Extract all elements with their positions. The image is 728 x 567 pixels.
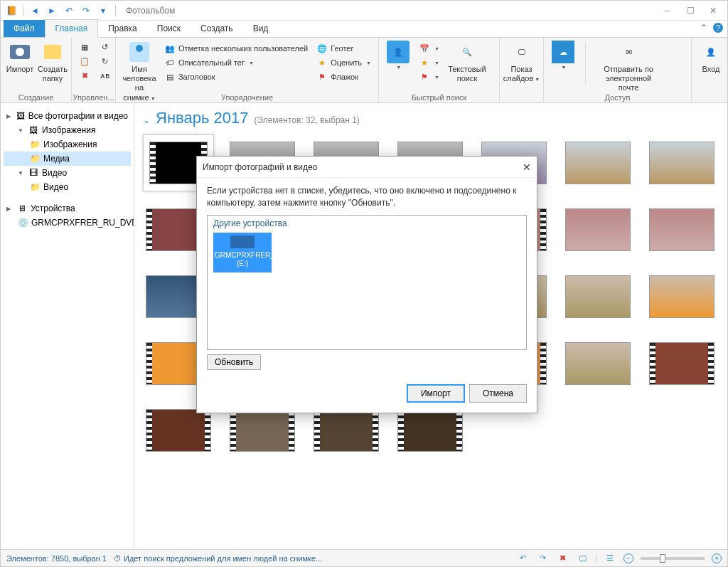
import-button[interactable]: Импорт <box>5 39 35 75</box>
maximize-button[interactable]: ☐ <box>679 3 702 18</box>
date-meta: (Элементов: 32, выбран 1) <box>254 115 359 125</box>
zoom-in-button[interactable]: + <box>712 553 722 563</box>
expand-ribbon-button[interactable]: ⌃ <box>700 23 707 33</box>
person-icon <box>129 42 149 62</box>
dialog-instruction: Если устройства нет в списке, убедитесь,… <box>207 185 527 209</box>
refresh-button[interactable]: Обновить <box>207 354 261 370</box>
ribbon-group-access-label: Доступ <box>544 93 691 102</box>
qat-customize-button[interactable]: ▾ <box>95 3 111 18</box>
tag-users-button[interactable]: 👥Отметка нескольких пользователей <box>161 42 311 55</box>
rotate-right-button[interactable]: ↻ <box>96 55 113 68</box>
title-icon: ▤ <box>164 71 176 83</box>
delete-status-button[interactable]: ✖ <box>556 552 569 565</box>
thumbnail-item[interactable] <box>562 268 633 325</box>
device-list: Другие устройства GRMCPRXFRER_RU_DVD (E:… <box>207 215 527 350</box>
device-list-header: Другие устройства <box>213 218 520 228</box>
qs-date-button[interactable]: 📅▼ <box>416 42 442 55</box>
date-group-header[interactable]: ⌄ Январь 2017 (Элементов: 32, выбран 1) <box>143 109 719 127</box>
tab-view[interactable]: Вид <box>243 20 279 37</box>
chevron-down-icon: ⌄ <box>143 115 150 125</box>
sidebar-devices[interactable]: ▶🖥Устройства <box>4 201 131 216</box>
binoculars-icon: 🔍 <box>456 41 478 63</box>
rotate-right-status-button[interactable]: ↷ <box>536 552 549 565</box>
star2-icon: ★ <box>419 57 430 68</box>
nav-back-button[interactable]: ◄ <box>27 3 43 18</box>
rotate-left-status-button[interactable]: ↶ <box>516 552 529 565</box>
thumbnail-item[interactable] <box>646 268 717 325</box>
rename-button[interactable]: ᴀʙ <box>96 69 113 82</box>
undo-button[interactable]: ↶ <box>61 3 77 18</box>
tab-main[interactable]: Главная <box>45 19 99 38</box>
drive-icon <box>230 235 255 248</box>
descriptive-tag-button[interactable]: 🏷Описательный тег▼ <box>161 56 311 69</box>
import-dialog: Импорт фотографий и видео ✕ Если устройс… <box>196 156 537 413</box>
thumbnail-item[interactable] <box>562 335 633 392</box>
flag-button[interactable]: ⚑Флажок <box>314 70 374 83</box>
device-item[interactable]: GRMCPRXFRER_RU_DVD (E:) <box>213 233 272 272</box>
qs-star-button[interactable]: ★▼ <box>416 56 442 69</box>
tab-edit[interactable]: Правка <box>98 20 147 37</box>
zoom-out-button[interactable]: − <box>623 553 633 563</box>
camera-icon <box>10 45 30 59</box>
titlebar: 📙 ◄ ► ↶ ↷ ▾ Фотоальбом ─ ☐ ✕ <box>1 1 727 21</box>
flag2-icon: ⚑ <box>419 71 430 83</box>
rotate-left-button[interactable]: ↺ <box>96 41 113 53</box>
sidebar: ▶🖼Все фотографии и видео ▼🖼Изображения 📁… <box>1 103 134 549</box>
photos-icon: 🖼 <box>16 110 26 122</box>
sidebar-videos[interactable]: ▼🎞Видео <box>4 166 131 180</box>
dialog-title-label: Импорт фотографий и видео <box>203 162 317 172</box>
sidebar-images[interactable]: ▼🖼Изображения <box>4 123 131 137</box>
import-confirm-button[interactable]: Импорт <box>407 384 465 403</box>
thumbnail-item[interactable] <box>646 134 717 191</box>
close-button[interactable]: ✕ <box>702 3 724 18</box>
zoom-slider[interactable] <box>641 557 705 560</box>
delete-icon: ✖ <box>79 70 90 81</box>
sidebar-media[interactable]: 📁Медиа <box>4 152 131 166</box>
ribbon: Импорт Создать папку Создание ▦ 📋 ✖ ↺ ↻ … <box>1 38 727 103</box>
sidebar-images-sub[interactable]: 📁Изображения <box>4 137 131 152</box>
view-single-button[interactable]: 🖵 <box>576 552 589 565</box>
cancel-button[interactable]: Отмена <box>469 384 527 403</box>
geotag-button[interactable]: 🌐Геотег <box>314 42 374 55</box>
copy-button[interactable]: 📋 <box>76 55 93 68</box>
folder-icon: 📁 <box>29 153 41 164</box>
slideshow-button[interactable]: 🖵 Показ слайдов▼ <box>504 39 539 85</box>
thumbnail-item[interactable] <box>562 201 633 258</box>
tab-file[interactable]: Файл <box>4 20 45 37</box>
redo-button[interactable]: ↷ <box>78 3 94 18</box>
thumbnail-item[interactable] <box>646 201 717 258</box>
nav-forward-button[interactable]: ► <box>44 3 60 18</box>
thumbnail-item[interactable] <box>646 335 717 392</box>
delete-button[interactable]: ✖ <box>76 69 93 82</box>
create-folder-button[interactable]: Создать папку <box>38 39 68 85</box>
help-button[interactable]: ? <box>713 23 723 33</box>
rotate-right-icon: ↻ <box>99 55 110 67</box>
qs-flag-button[interactable]: ⚑▼ <box>416 70 442 83</box>
ribbon-group-creation-label: Создание <box>1 93 71 102</box>
folder-icon: 📁 <box>29 139 41 150</box>
title-button[interactable]: ▤Заголовок <box>161 70 311 83</box>
thumbnail-item[interactable] <box>562 134 633 191</box>
tab-create[interactable]: Создать <box>191 20 243 37</box>
cloud-button[interactable]: ☁ ▼ <box>548 39 578 71</box>
login-button[interactable]: 👤 Вход <box>696 39 726 75</box>
email-button[interactable]: ✉ Отправить по электронной почте <box>593 39 664 95</box>
dialog-close-button[interactable]: ✕ <box>523 161 531 173</box>
ribbon-group-quicksearch-label: Быстрый поиск <box>379 93 499 102</box>
view-details-button[interactable]: ☰ <box>604 552 616 565</box>
tab-find[interactable]: Поиск <box>147 20 191 37</box>
date-title: Январь 2017 <box>156 109 248 127</box>
sidebar-all-photos[interactable]: ▶🖼Все фотографии и видео <box>4 109 131 123</box>
ribbon-group-organize-label: Упорядочение <box>116 93 378 102</box>
copy-icon: 📋 <box>79 55 90 67</box>
rate-button[interactable]: ★Оценить▼ <box>314 56 374 69</box>
select-all-button[interactable]: ▦ <box>76 41 93 53</box>
quicksearch-person-button[interactable]: 👤 ▼ <box>383 39 413 71</box>
star-icon: ★ <box>316 57 328 68</box>
sidebar-videos-sub[interactable]: 📁Видео <box>4 180 131 194</box>
disc-icon: 💿 <box>18 217 28 228</box>
sidebar-dvd-device[interactable]: 💿GRMCPRXFRER_RU_DVD <box>4 216 131 230</box>
text-search-button[interactable]: 🔍 Текстовый поиск <box>445 39 489 85</box>
ribbon-group-manage-label: Управлен... <box>72 93 115 102</box>
minimize-button[interactable]: ─ <box>656 3 679 18</box>
